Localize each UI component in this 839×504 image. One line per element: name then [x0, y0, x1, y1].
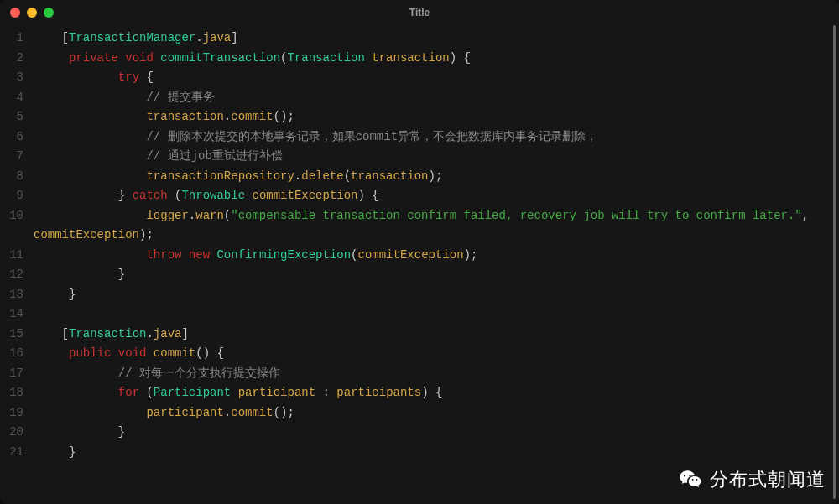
- line-number: 14: [0, 304, 23, 325]
- code-line[interactable]: }: [34, 443, 839, 463]
- code-line[interactable]: for (Participant participant : participa…: [34, 383, 839, 403]
- code-line[interactable]: [Transaction.java]: [34, 325, 839, 345]
- code-line[interactable]: [TransactionManager.java]: [34, 29, 839, 49]
- line-number: 16: [0, 344, 23, 364]
- code-line[interactable]: }: [34, 423, 839, 443]
- line-gutter: 123456789101112131415161718192021: [0, 29, 34, 504]
- vertical-scrollbar[interactable]: [833, 25, 836, 499]
- code-line[interactable]: } catch (Throwable commitException) {: [34, 186, 839, 206]
- code-editor[interactable]: 123456789101112131415161718192021 [Trans…: [0, 25, 839, 504]
- wechat-icon: [678, 467, 703, 492]
- line-number: 19: [0, 403, 23, 423]
- line-number: 13: [0, 285, 23, 305]
- code-line[interactable]: transactionRepository.delete(transaction…: [34, 167, 839, 187]
- code-line[interactable]: try {: [34, 68, 839, 88]
- code-line[interactable]: }: [34, 265, 839, 285]
- line-number: 11: [0, 246, 23, 266]
- code-line[interactable]: private void commitTransaction(Transacti…: [34, 49, 839, 69]
- window-title: Title: [409, 7, 430, 18]
- line-number: 1: [0, 29, 23, 49]
- line-number: 20: [0, 423, 23, 443]
- line-number: 9: [0, 186, 23, 206]
- code-line[interactable]: [34, 304, 839, 325]
- line-number: 18: [0, 383, 23, 403]
- line-number: 15: [0, 325, 23, 345]
- titlebar[interactable]: Title: [0, 0, 839, 25]
- code-line[interactable]: }: [34, 285, 839, 305]
- line-number: 21: [0, 443, 23, 463]
- code-line[interactable]: // 通过job重试进行补偿: [34, 147, 839, 167]
- line-number: 17: [0, 364, 23, 384]
- line-number: 2: [0, 49, 23, 69]
- line-number: 12: [0, 265, 23, 285]
- line-number: 10: [0, 206, 23, 246]
- code-line[interactable]: // 提交事务: [34, 88, 839, 108]
- line-number: 5: [0, 107, 23, 127]
- minimize-icon[interactable]: [27, 8, 37, 18]
- code-line[interactable]: // 对每一个分支执行提交操作: [34, 364, 839, 384]
- line-number: 7: [0, 147, 23, 167]
- code-line[interactable]: participant.commit();: [34, 403, 839, 423]
- maximize-icon[interactable]: [44, 8, 54, 18]
- code-line[interactable]: transaction.commit();: [34, 107, 839, 127]
- code-area[interactable]: [TransactionManager.java] private void c…: [34, 29, 839, 504]
- editor-window: Title 123456789101112131415161718192021 …: [0, 0, 839, 504]
- code-line[interactable]: logger.warn("compensable transaction con…: [34, 206, 839, 246]
- watermark-text: 分布式朝闻道: [710, 467, 826, 492]
- line-number: 3: [0, 68, 23, 88]
- code-line[interactable]: // 删除本次提交的本地事务记录，如果commit异常，不会把数据库内事务记录删…: [34, 127, 839, 148]
- code-line[interactable]: public void commit() {: [34, 344, 839, 364]
- window-controls: [10, 8, 54, 18]
- code-line[interactable]: throw new ConfirmingException(commitExce…: [34, 246, 839, 266]
- line-number: 8: [0, 167, 23, 187]
- line-number: 6: [0, 127, 23, 148]
- close-icon[interactable]: [10, 8, 20, 18]
- watermark: 分布式朝闻道: [678, 467, 826, 492]
- line-number: 4: [0, 88, 23, 108]
